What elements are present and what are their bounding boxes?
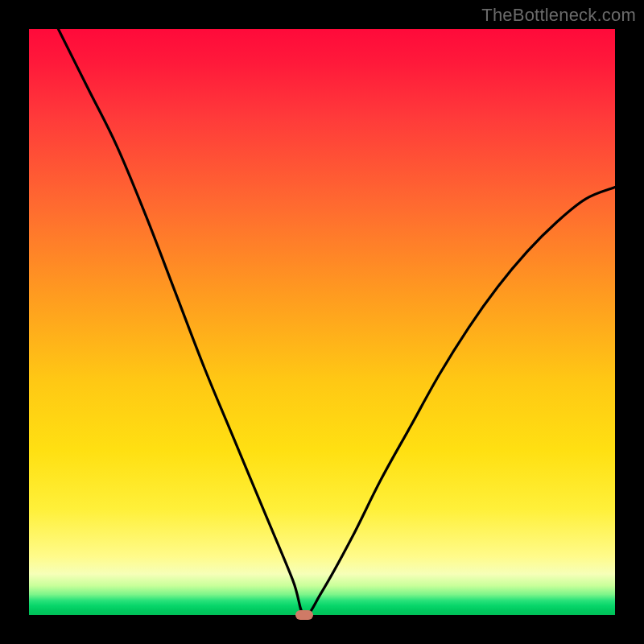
- plot-area: [29, 29, 615, 615]
- minimum-marker: [295, 610, 313, 620]
- watermark-text: TheBottleneck.com: [481, 5, 636, 26]
- chart-frame: TheBottleneck.com: [0, 0, 644, 644]
- bottleneck-curve: [29, 29, 615, 615]
